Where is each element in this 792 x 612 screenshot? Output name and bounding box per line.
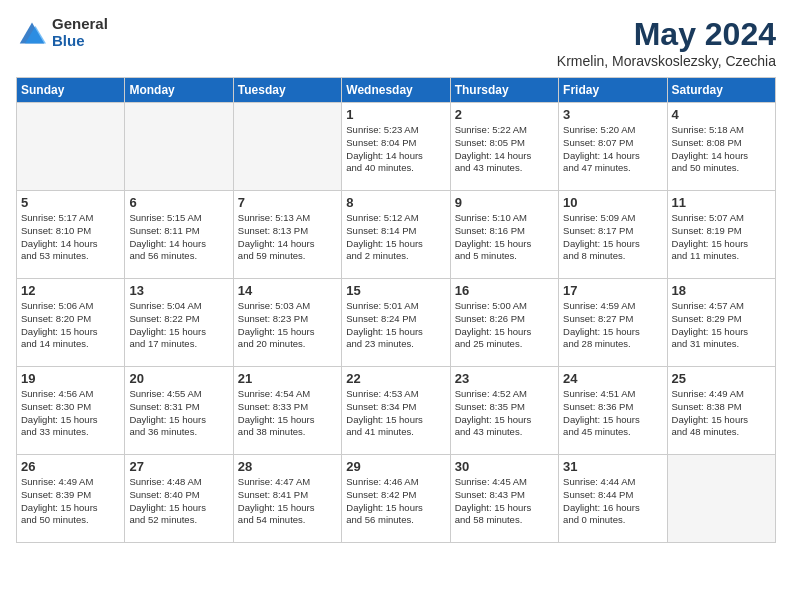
calendar-title: May 2024 xyxy=(557,16,776,53)
day-info: Sunrise: 4:51 AM Sunset: 8:36 PM Dayligh… xyxy=(563,388,662,439)
day-number: 12 xyxy=(21,283,120,298)
logo-blue-label: Blue xyxy=(52,33,108,50)
calendar-cell: 12Sunrise: 5:06 AM Sunset: 8:20 PM Dayli… xyxy=(17,279,125,367)
day-info: Sunrise: 4:57 AM Sunset: 8:29 PM Dayligh… xyxy=(672,300,771,351)
calendar-cell: 13Sunrise: 5:04 AM Sunset: 8:22 PM Dayli… xyxy=(125,279,233,367)
header-saturday: Saturday xyxy=(667,78,775,103)
calendar-cell: 19Sunrise: 4:56 AM Sunset: 8:30 PM Dayli… xyxy=(17,367,125,455)
day-number: 19 xyxy=(21,371,120,386)
day-info: Sunrise: 4:59 AM Sunset: 8:27 PM Dayligh… xyxy=(563,300,662,351)
calendar-cell: 7Sunrise: 5:13 AM Sunset: 8:13 PM Daylig… xyxy=(233,191,341,279)
day-number: 29 xyxy=(346,459,445,474)
day-info: Sunrise: 5:01 AM Sunset: 8:24 PM Dayligh… xyxy=(346,300,445,351)
day-number: 25 xyxy=(672,371,771,386)
day-info: Sunrise: 4:46 AM Sunset: 8:42 PM Dayligh… xyxy=(346,476,445,527)
calendar-cell: 15Sunrise: 5:01 AM Sunset: 8:24 PM Dayli… xyxy=(342,279,450,367)
calendar-cell: 29Sunrise: 4:46 AM Sunset: 8:42 PM Dayli… xyxy=(342,455,450,543)
header-monday: Monday xyxy=(125,78,233,103)
calendar-cell xyxy=(125,103,233,191)
calendar-cell: 18Sunrise: 4:57 AM Sunset: 8:29 PM Dayli… xyxy=(667,279,775,367)
logo-general-label: General xyxy=(52,16,108,33)
calendar-cell: 25Sunrise: 4:49 AM Sunset: 8:38 PM Dayli… xyxy=(667,367,775,455)
header-friday: Friday xyxy=(559,78,667,103)
day-number: 20 xyxy=(129,371,228,386)
day-info: Sunrise: 5:22 AM Sunset: 8:05 PM Dayligh… xyxy=(455,124,554,175)
day-info: Sunrise: 5:09 AM Sunset: 8:17 PM Dayligh… xyxy=(563,212,662,263)
day-info: Sunrise: 5:04 AM Sunset: 8:22 PM Dayligh… xyxy=(129,300,228,351)
calendar-cell: 1Sunrise: 5:23 AM Sunset: 8:04 PM Daylig… xyxy=(342,103,450,191)
day-info: Sunrise: 4:56 AM Sunset: 8:30 PM Dayligh… xyxy=(21,388,120,439)
calendar-cell: 5Sunrise: 5:17 AM Sunset: 8:10 PM Daylig… xyxy=(17,191,125,279)
week-row-1: 5Sunrise: 5:17 AM Sunset: 8:10 PM Daylig… xyxy=(17,191,776,279)
day-number: 17 xyxy=(563,283,662,298)
calendar-cell: 21Sunrise: 4:54 AM Sunset: 8:33 PM Dayli… xyxy=(233,367,341,455)
calendar-cell: 3Sunrise: 5:20 AM Sunset: 8:07 PM Daylig… xyxy=(559,103,667,191)
day-number: 13 xyxy=(129,283,228,298)
week-row-4: 26Sunrise: 4:49 AM Sunset: 8:39 PM Dayli… xyxy=(17,455,776,543)
calendar-cell xyxy=(667,455,775,543)
day-number: 26 xyxy=(21,459,120,474)
header-thursday: Thursday xyxy=(450,78,558,103)
calendar-cell: 11Sunrise: 5:07 AM Sunset: 8:19 PM Dayli… xyxy=(667,191,775,279)
day-info: Sunrise: 5:15 AM Sunset: 8:11 PM Dayligh… xyxy=(129,212,228,263)
day-info: Sunrise: 4:47 AM Sunset: 8:41 PM Dayligh… xyxy=(238,476,337,527)
day-info: Sunrise: 5:10 AM Sunset: 8:16 PM Dayligh… xyxy=(455,212,554,263)
day-number: 7 xyxy=(238,195,337,210)
calendar-cell: 17Sunrise: 4:59 AM Sunset: 8:27 PM Dayli… xyxy=(559,279,667,367)
title-block: May 2024 Krmelin, Moravskoslezsky, Czech… xyxy=(557,16,776,69)
day-number: 11 xyxy=(672,195,771,210)
day-info: Sunrise: 5:12 AM Sunset: 8:14 PM Dayligh… xyxy=(346,212,445,263)
day-info: Sunrise: 4:49 AM Sunset: 8:38 PM Dayligh… xyxy=(672,388,771,439)
day-info: Sunrise: 5:20 AM Sunset: 8:07 PM Dayligh… xyxy=(563,124,662,175)
calendar-cell: 14Sunrise: 5:03 AM Sunset: 8:23 PM Dayli… xyxy=(233,279,341,367)
day-info: Sunrise: 4:49 AM Sunset: 8:39 PM Dayligh… xyxy=(21,476,120,527)
day-info: Sunrise: 5:13 AM Sunset: 8:13 PM Dayligh… xyxy=(238,212,337,263)
day-number: 3 xyxy=(563,107,662,122)
calendar-cell xyxy=(17,103,125,191)
day-number: 14 xyxy=(238,283,337,298)
week-row-0: 1Sunrise: 5:23 AM Sunset: 8:04 PM Daylig… xyxy=(17,103,776,191)
day-info: Sunrise: 5:17 AM Sunset: 8:10 PM Dayligh… xyxy=(21,212,120,263)
calendar-cell: 28Sunrise: 4:47 AM Sunset: 8:41 PM Dayli… xyxy=(233,455,341,543)
day-number: 27 xyxy=(129,459,228,474)
page-header: General Blue May 2024 Krmelin, Moravskos… xyxy=(16,16,776,69)
day-info: Sunrise: 4:55 AM Sunset: 8:31 PM Dayligh… xyxy=(129,388,228,439)
logo-text: General Blue xyxy=(52,16,108,49)
header-sunday: Sunday xyxy=(17,78,125,103)
day-info: Sunrise: 4:44 AM Sunset: 8:44 PM Dayligh… xyxy=(563,476,662,527)
calendar-cell: 4Sunrise: 5:18 AM Sunset: 8:08 PM Daylig… xyxy=(667,103,775,191)
day-info: Sunrise: 4:45 AM Sunset: 8:43 PM Dayligh… xyxy=(455,476,554,527)
calendar-cell: 6Sunrise: 5:15 AM Sunset: 8:11 PM Daylig… xyxy=(125,191,233,279)
day-number: 23 xyxy=(455,371,554,386)
calendar-cell: 27Sunrise: 4:48 AM Sunset: 8:40 PM Dayli… xyxy=(125,455,233,543)
day-info: Sunrise: 4:48 AM Sunset: 8:40 PM Dayligh… xyxy=(129,476,228,527)
calendar-cell: 31Sunrise: 4:44 AM Sunset: 8:44 PM Dayli… xyxy=(559,455,667,543)
calendar-cell: 24Sunrise: 4:51 AM Sunset: 8:36 PM Dayli… xyxy=(559,367,667,455)
day-number: 24 xyxy=(563,371,662,386)
calendar-cell: 26Sunrise: 4:49 AM Sunset: 8:39 PM Dayli… xyxy=(17,455,125,543)
calendar-cell: 8Sunrise: 5:12 AM Sunset: 8:14 PM Daylig… xyxy=(342,191,450,279)
day-number: 21 xyxy=(238,371,337,386)
calendar-cell: 20Sunrise: 4:55 AM Sunset: 8:31 PM Dayli… xyxy=(125,367,233,455)
day-number: 2 xyxy=(455,107,554,122)
day-number: 16 xyxy=(455,283,554,298)
day-info: Sunrise: 5:00 AM Sunset: 8:26 PM Dayligh… xyxy=(455,300,554,351)
calendar-cell: 23Sunrise: 4:52 AM Sunset: 8:35 PM Dayli… xyxy=(450,367,558,455)
day-info: Sunrise: 4:52 AM Sunset: 8:35 PM Dayligh… xyxy=(455,388,554,439)
day-info: Sunrise: 5:18 AM Sunset: 8:08 PM Dayligh… xyxy=(672,124,771,175)
day-number: 6 xyxy=(129,195,228,210)
day-info: Sunrise: 4:53 AM Sunset: 8:34 PM Dayligh… xyxy=(346,388,445,439)
day-info: Sunrise: 5:03 AM Sunset: 8:23 PM Dayligh… xyxy=(238,300,337,351)
day-number: 30 xyxy=(455,459,554,474)
day-number: 5 xyxy=(21,195,120,210)
day-number: 10 xyxy=(563,195,662,210)
day-number: 28 xyxy=(238,459,337,474)
day-number: 18 xyxy=(672,283,771,298)
calendar-cell: 9Sunrise: 5:10 AM Sunset: 8:16 PM Daylig… xyxy=(450,191,558,279)
calendar-cell xyxy=(233,103,341,191)
header-tuesday: Tuesday xyxy=(233,78,341,103)
day-number: 22 xyxy=(346,371,445,386)
week-row-3: 19Sunrise: 4:56 AM Sunset: 8:30 PM Dayli… xyxy=(17,367,776,455)
calendar-location: Krmelin, Moravskoslezsky, Czechia xyxy=(557,53,776,69)
calendar-cell: 2Sunrise: 5:22 AM Sunset: 8:05 PM Daylig… xyxy=(450,103,558,191)
